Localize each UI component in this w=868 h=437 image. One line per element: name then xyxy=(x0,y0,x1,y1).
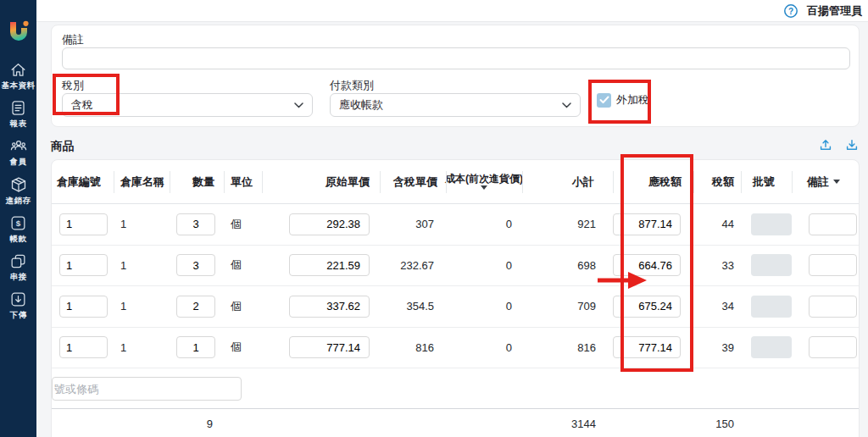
table-header-row: 倉庫編號 倉庫名稱 數量 單位 原始單價 含稅單價 成本(前次進貨價) 小計 應… xyxy=(52,160,859,204)
extra-tax-field: 外加稅 xyxy=(597,92,649,108)
svg-text:?: ? xyxy=(788,6,793,15)
topbar: ? 百揚管理員 ▾ xyxy=(36,0,868,22)
sidebar-item-label: 進銷存 xyxy=(6,196,31,207)
table-row: 1 個 354.5 0 709 34 xyxy=(52,286,859,328)
batch-input xyxy=(751,336,792,358)
table-row: 1 個 816 0 816 39 xyxy=(52,328,859,369)
col-header-batch: 批號 xyxy=(741,160,792,203)
inventory-icon xyxy=(9,175,28,194)
app-window: 基本資料 報表 會員 xyxy=(0,0,868,437)
chevron-down-icon xyxy=(562,102,571,108)
tax-cell: 33 xyxy=(693,246,741,286)
total-subtotal: 3144 xyxy=(522,409,613,437)
col-header-cost[interactable]: 成本(前次進貨價) xyxy=(446,160,522,203)
col-header-subtotal: 小計 xyxy=(522,160,613,203)
integration-icon xyxy=(9,252,27,270)
user-menu[interactable]: 百揚管理員 xyxy=(807,3,862,19)
batch-input xyxy=(751,254,792,276)
tax-cell: 44 xyxy=(693,204,741,245)
row-remark-input[interactable] xyxy=(809,336,857,358)
sidebar-item-integration[interactable]: 串接 xyxy=(0,252,36,283)
orig-price-input[interactable] xyxy=(289,254,370,276)
warehouse-name-cell: 1 xyxy=(114,286,170,327)
unit-cell: 個 xyxy=(224,328,262,368)
money-icon: $ xyxy=(9,214,27,232)
col-header-remark[interactable]: 備註 xyxy=(792,160,860,203)
home-icon xyxy=(9,61,27,79)
sidebar-item-accounts[interactable]: $ 帳款 xyxy=(0,214,36,245)
sidebar-item-members[interactable]: 會員 xyxy=(0,137,36,168)
row-remark-input[interactable] xyxy=(809,213,857,235)
sidebar-item-label: 下傳 xyxy=(10,310,27,321)
svg-text:$: $ xyxy=(16,218,21,228)
sidebar-item-inventory[interactable]: 進銷存 xyxy=(0,175,36,207)
sidebar-item-basic-data[interactable]: 基本資料 xyxy=(0,61,36,91)
cost-cell: 0 xyxy=(446,204,522,245)
tax-incl-price-cell: 354.5 xyxy=(380,286,446,327)
warehouse-no-input[interactable] xyxy=(59,296,108,318)
report-icon xyxy=(9,99,27,117)
col-header-warehouse-no: 倉庫編號 xyxy=(52,160,114,203)
warehouse-name-cell: 1 xyxy=(114,204,170,245)
product-search-input[interactable] xyxy=(52,377,242,401)
orig-price-input[interactable] xyxy=(289,213,370,235)
row-remark-input[interactable] xyxy=(809,254,857,276)
app-logo[interactable] xyxy=(8,19,30,47)
extra-tax-label: 外加稅 xyxy=(616,92,649,108)
download-icon xyxy=(9,290,27,308)
payment-type-select[interactable]: 應收帳款 xyxy=(330,93,581,117)
members-icon xyxy=(9,137,28,155)
order-form-card: 備註 稅別 含稅 付款類別 應收帳款 外加稅 xyxy=(51,25,860,127)
col-header-tax-incl-price: 含稅單價 xyxy=(380,160,446,203)
row-remark-input[interactable] xyxy=(809,296,857,318)
totals-row: 9 3144 150 xyxy=(52,408,859,437)
col-header-qty: 數量 xyxy=(170,160,224,203)
remark-input[interactable] xyxy=(62,47,850,69)
subtotal-cell: 816 xyxy=(522,328,613,368)
payment-type-value: 應收帳款 xyxy=(339,97,383,113)
subtotal-cell: 698 xyxy=(522,246,613,286)
cost-cell: 0 xyxy=(446,286,522,327)
help-icon[interactable]: ? xyxy=(783,3,798,19)
sidebar-item-label: 會員 xyxy=(10,157,27,168)
orig-price-input[interactable] xyxy=(289,296,370,318)
extra-tax-checkbox[interactable] xyxy=(597,93,611,108)
total-qty: 9 xyxy=(170,409,224,437)
tax-incl-price-cell: 307 xyxy=(380,204,446,245)
warehouse-no-input[interactable] xyxy=(59,213,108,235)
taxable-input[interactable] xyxy=(613,254,681,276)
qty-input[interactable] xyxy=(176,296,215,318)
batch-input xyxy=(751,213,792,235)
cost-cell: 0 xyxy=(446,328,522,368)
sidebar-item-reports[interactable]: 報表 xyxy=(0,99,36,130)
tax-incl-price-cell: 816 xyxy=(380,328,446,368)
taxable-input[interactable] xyxy=(613,296,681,318)
qty-input[interactable] xyxy=(176,213,215,235)
tax-type-select[interactable]: 含稅 xyxy=(62,93,313,117)
products-section-title: 商品 xyxy=(51,139,74,154)
orig-price-input[interactable] xyxy=(289,336,370,358)
warehouse-no-input[interactable] xyxy=(59,254,108,276)
sidebar-item-download[interactable]: 下傳 xyxy=(0,290,36,321)
download-table-icon[interactable] xyxy=(844,137,860,156)
warehouse-name-cell: 1 xyxy=(114,328,170,368)
qty-input[interactable] xyxy=(176,336,215,358)
tax-type-label: 稅別 xyxy=(62,78,84,93)
upload-icon[interactable] xyxy=(818,137,833,156)
taxable-input[interactable] xyxy=(613,336,681,358)
products-section-header: 商品 xyxy=(51,137,860,156)
sort-caret-icon[interactable] xyxy=(481,185,487,190)
total-tax: 150 xyxy=(693,409,741,437)
subtotal-cell: 709 xyxy=(522,286,613,327)
unit-cell: 個 xyxy=(224,246,262,286)
warehouse-no-input[interactable] xyxy=(59,336,108,358)
col-header-unit: 單位 xyxy=(224,160,262,203)
product-search-section xyxy=(52,368,859,408)
col-header-tax: 稅額 xyxy=(693,160,741,203)
payment-type-label: 付款類別 xyxy=(330,78,374,93)
tax-cell: 39 xyxy=(693,328,741,368)
sort-caret-icon[interactable] xyxy=(833,180,840,184)
sidebar-item-label: 帳款 xyxy=(10,234,27,245)
qty-input[interactable] xyxy=(176,254,215,276)
taxable-input[interactable] xyxy=(613,213,681,235)
